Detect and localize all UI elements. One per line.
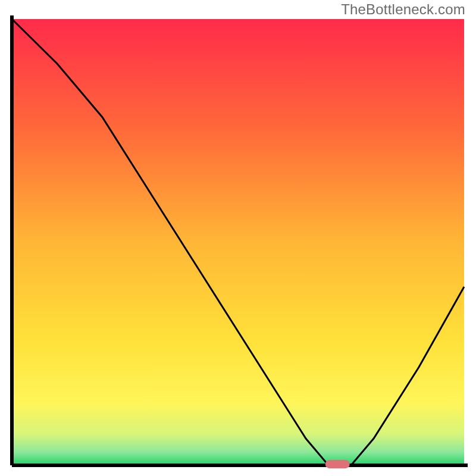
chart-container: TheBottleneck.com (0, 0, 476, 476)
gradient-background (12, 19, 464, 465)
optimal-marker (325, 460, 350, 468)
bottleneck-chart (8, 15, 468, 469)
